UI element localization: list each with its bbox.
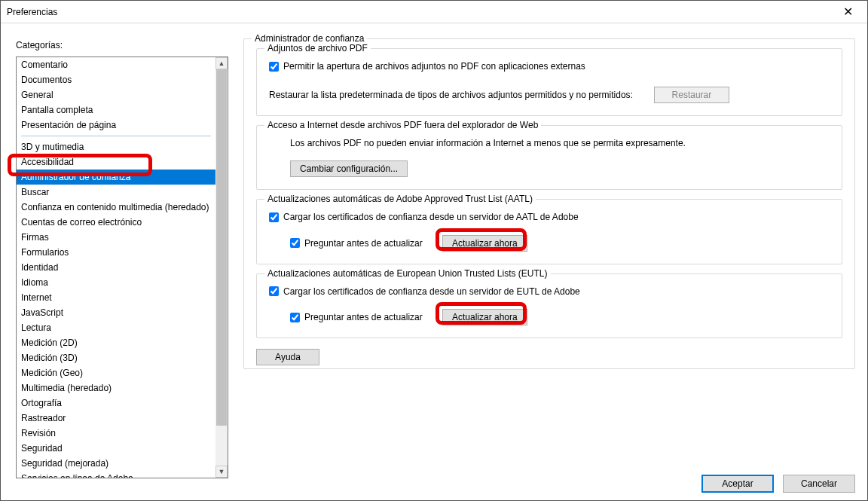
categories-label: Categorías: — [16, 40, 63, 50]
window-title: Preferencias — [7, 7, 57, 17]
eutl-update-button[interactable]: Actualizar ahora — [442, 309, 527, 325]
preferences-window: Preferencias ✕ Categorías: ComentarioDoc… — [0, 0, 868, 501]
aatl-load-input[interactable] — [269, 212, 279, 222]
categories-list-inner: ComentarioDocumentosGeneralPantalla comp… — [17, 57, 215, 478]
list-item[interactable]: Seguridad (mejorada) — [17, 456, 215, 471]
list-item[interactable]: Idioma — [17, 275, 215, 290]
pdf-attachments-legend: Adjuntos de archivo PDF — [264, 43, 371, 53]
scroll-down-icon[interactable]: ▼ — [215, 466, 228, 478]
eutl-ask-label: Preguntar antes de actualizar — [304, 312, 423, 322]
scroll-up-icon[interactable]: ▲ — [215, 57, 228, 69]
aatl-update-button[interactable]: Actualizar ahora — [442, 235, 527, 252]
list-item[interactable]: Servicios en línea de Adobe — [17, 471, 215, 478]
list-item[interactable]: Administrador de confianza — [17, 170, 215, 185]
help-button[interactable]: Ayuda — [256, 349, 319, 365]
categories-listbox[interactable]: ComentarioDocumentosGeneralPantalla comp… — [16, 57, 228, 478]
list-item[interactable]: Multimedia (heredado) — [17, 380, 215, 396]
list-item[interactable]: Pantalla completa — [17, 102, 215, 118]
eutl-ask-input[interactable] — [290, 313, 300, 322]
settings-panel: Administrador de confianza Adjuntos de a… — [243, 38, 855, 378]
eutl-load-label: Cargar los certificados de confianza des… — [283, 286, 580, 297]
aatl-load-label: Cargar los certificados de confianza des… — [283, 212, 579, 222]
dialog-body: Categorías: ComentarioDocumentosGeneralP… — [1, 23, 867, 500]
list-item[interactable]: Medición (Geo) — [17, 365, 215, 380]
list-item[interactable]: Medición (2D) — [17, 335, 215, 350]
list-item[interactable]: 3D y mutimedia — [17, 139, 215, 154]
list-item[interactable]: JavaScript — [17, 305, 215, 320]
cancel-button[interactable]: Cancelar — [783, 475, 855, 493]
restore-list-text: Restaurar la lista predeterminada de tip… — [269, 90, 633, 100]
dialog-buttons: Aceptar Cancelar — [701, 475, 855, 493]
trust-manager-legend: Administrador de confianza — [252, 33, 367, 44]
list-item[interactable]: General — [17, 87, 215, 102]
internet-access-desc: Los archivos PDF no pueden enviar inform… — [290, 138, 830, 148]
list-item[interactable]: Buscar — [17, 185, 215, 200]
close-icon[interactable]: ✕ — [834, 1, 861, 23]
ok-button[interactable]: Aceptar — [701, 475, 774, 493]
list-item[interactable]: Cuentas de correo electrónico — [17, 215, 215, 230]
aatl-legend: Actualizaciones automáticas de Adobe App… — [264, 194, 536, 204]
list-item[interactable]: Firmas — [17, 230, 215, 245]
list-item[interactable]: Identidad — [17, 260, 215, 275]
eutl-ask-checkbox[interactable]: Preguntar antes de actualizar — [290, 312, 433, 322]
change-settings-button[interactable]: Cambiar configuración... — [290, 160, 408, 177]
list-item[interactable]: Ortografía — [17, 396, 215, 411]
eutl-group: Actualizaciones automáticas de European … — [256, 273, 842, 339]
allow-non-pdf-checkbox[interactable]: Permitir la apertura de archivos adjunto… — [269, 61, 585, 72]
list-item[interactable]: Internet — [17, 290, 215, 305]
internet-access-group: Acceso a Internet desde archivos PDF fue… — [256, 125, 842, 190]
eutl-load-checkbox[interactable]: Cargar los certificados de confianza des… — [269, 286, 580, 297]
list-item[interactable]: Rastreador — [17, 411, 215, 426]
list-item[interactable]: Medición (3D) — [17, 350, 215, 365]
list-item[interactable]: Presentación de página — [17, 118, 215, 133]
allow-non-pdf-label: Permitir la apertura de archivos adjunto… — [283, 61, 585, 72]
eutl-load-input[interactable] — [269, 286, 279, 296]
scroll-thumb[interactable] — [216, 69, 227, 426]
aatl-ask-input[interactable] — [290, 238, 300, 248]
restore-button[interactable]: Restaurar — [654, 87, 729, 103]
scroll-track[interactable] — [215, 69, 228, 466]
list-item[interactable]: Revisión — [17, 426, 215, 441]
internet-access-legend: Acceso a Internet desde archivos PDF fue… — [264, 120, 541, 130]
trust-manager-group: Administrador de confianza Adjuntos de a… — [243, 38, 855, 369]
scrollbar[interactable]: ▲ ▼ — [215, 57, 228, 478]
titlebar: Preferencias ✕ — [1, 1, 867, 23]
aatl-load-checkbox[interactable]: Cargar los certificados de confianza des… — [269, 212, 579, 222]
list-item[interactable]: Lectura — [17, 320, 215, 335]
aatl-group: Actualizaciones automáticas de Adobe App… — [256, 199, 842, 264]
list-item[interactable]: Accesibilidad — [17, 154, 215, 170]
pdf-attachments-group: Adjuntos de archivo PDF Permitir la aper… — [256, 48, 842, 116]
list-item[interactable]: Confianza en contenido multimedia (hered… — [17, 200, 215, 215]
list-separator — [21, 136, 211, 136]
list-item[interactable]: Seguridad — [17, 441, 215, 456]
aatl-ask-label: Preguntar antes de actualizar — [304, 238, 423, 249]
list-item[interactable]: Comentario — [17, 57, 215, 72]
list-item[interactable]: Documentos — [17, 72, 215, 87]
list-item[interactable]: Formularios — [17, 245, 215, 260]
allow-non-pdf-input[interactable] — [269, 62, 279, 72]
aatl-ask-checkbox[interactable]: Preguntar antes de actualizar — [290, 238, 433, 249]
eutl-legend: Actualizaciones automáticas de European … — [264, 268, 551, 279]
